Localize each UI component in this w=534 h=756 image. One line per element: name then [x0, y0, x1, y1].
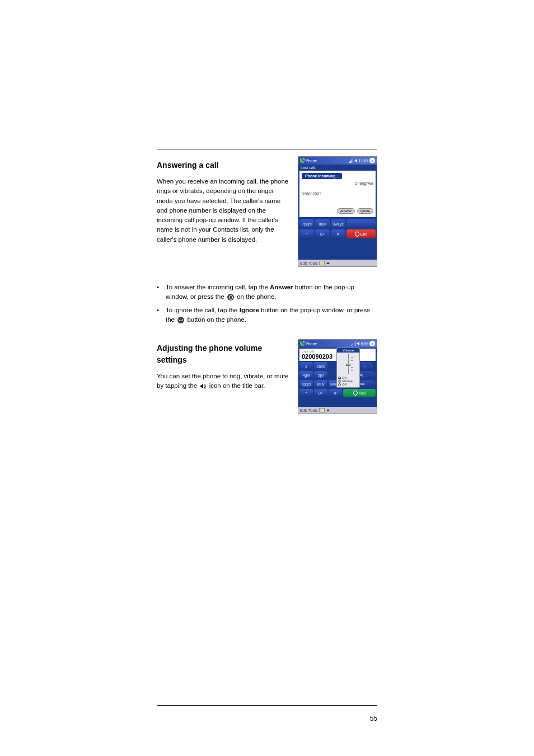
speaker-icon	[357, 342, 359, 345]
ss-bottom-bar-2: Edit Tools	[298, 407, 377, 414]
volume-title: Volume	[337, 348, 359, 353]
incoming-tab: Phone Incoming...	[302, 173, 342, 179]
ignore-button[interactable]: Ignore	[357, 208, 373, 214]
key-4[interactable]: 4ghi	[299, 371, 313, 379]
bullet-ignore: • To ignore the call, tap the Ignore but…	[157, 306, 377, 325]
end-call-button[interactable]: End	[346, 229, 376, 238]
key-hash[interactable]: #	[329, 389, 342, 397]
menu-tools[interactable]: Tools	[308, 261, 317, 265]
ss-time-2: 5:09	[360, 342, 368, 346]
incoming-popup: Phone Incoming... Changhwa 098837003 Ans…	[299, 171, 376, 217]
ss-bottom-bar: Edit Tools	[298, 260, 377, 266]
menu-tools-2[interactable]: Tools	[308, 408, 317, 412]
screenshot-volume-popup: Phone 5:09 ✕ Last call: 020090203 Volume	[298, 339, 377, 414]
answer-button[interactable]: Answer	[337, 208, 355, 214]
volume-slider[interactable]	[348, 354, 349, 374]
dialed-number: 020090203	[302, 353, 332, 360]
page-number: 55	[370, 715, 377, 722]
top-divider	[157, 149, 377, 149]
key-8[interactable]: 8tuv	[315, 219, 330, 228]
speaker-icon	[354, 159, 357, 162]
arrow-up-icon[interactable]	[326, 262, 330, 264]
arrow-up-icon[interactable]	[326, 409, 330, 411]
volume-slider-thumb[interactable]	[346, 364, 350, 366]
signal-icon	[352, 341, 355, 346]
screenshot-incoming-call: Phone 11:01 ✕ Last call: Phone Incoming.…	[298, 156, 377, 267]
ss-time: 11:01	[358, 159, 368, 163]
caller-number: 098837003	[302, 192, 373, 196]
ss-titlebar: Phone 11:01 ✕	[298, 157, 377, 165]
key-8[interactable]: 8tuv	[314, 380, 327, 388]
key-0[interactable]: 0+	[315, 229, 330, 238]
ss-last-call-row: Last call:	[298, 165, 377, 170]
key-hash[interactable]: #	[331, 229, 345, 238]
caller-name: Changhwa	[302, 181, 373, 185]
radio-off[interactable]: Off	[338, 383, 358, 386]
windows-flag-icon	[300, 341, 305, 346]
ss-title-2: Phone	[306, 342, 317, 346]
ss-title: Phone	[306, 159, 317, 163]
bottom-divider	[157, 705, 377, 706]
key-7[interactable]: 7pqrs	[299, 380, 313, 388]
para-adjust-volume: You can set the phone to ring, vibrate, …	[157, 372, 289, 391]
key-7[interactable]: 7pqrs	[299, 219, 314, 228]
end-button-icon	[177, 317, 184, 323]
ss-titlebar-2: Phone 5:09 ✕	[298, 340, 377, 348]
signal-icon	[349, 158, 353, 163]
key-2[interactable]: 2abc	[314, 362, 327, 370]
heading-adjust-volume: Adjusting the phone volume settings	[157, 342, 289, 366]
talk-button[interactable]: Talk	[343, 389, 376, 397]
volume-popup[interactable]: Volume On Vibrate Off	[336, 348, 360, 388]
heading-answering-call: Answering a call	[157, 159, 289, 171]
key-star[interactable]: *	[299, 389, 313, 397]
key-1[interactable]: 1	[299, 362, 313, 370]
speaker-icon-inline: ⸩	[200, 384, 206, 389]
sip-icon[interactable]	[319, 408, 325, 412]
ok-icon: ✕	[369, 341, 375, 346]
ok-icon: ✕	[369, 158, 375, 163]
key-blank	[346, 219, 376, 228]
backspace-btn[interactable]: ←	[358, 362, 373, 370]
key-0[interactable]: 0+	[314, 389, 327, 397]
bullet-answer: • To answer the incoming call, tap the A…	[157, 283, 377, 302]
key-star[interactable]: *	[299, 229, 314, 238]
talk-button-icon	[227, 294, 234, 300]
keypad-partial: 7pqrs 8tuv 9wxyz * 0+ # End	[298, 218, 377, 260]
menu-edit-2[interactable]: Edit	[300, 408, 307, 412]
key-5[interactable]: 5jkl	[314, 371, 327, 379]
para-answering-call: When you receive an incoming call, the p…	[157, 177, 289, 245]
menu-edit[interactable]: Edit	[300, 261, 307, 265]
sip-icon[interactable]	[319, 261, 325, 265]
windows-flag-icon	[300, 158, 305, 163]
key-9[interactable]: 9wxyz	[331, 219, 345, 228]
